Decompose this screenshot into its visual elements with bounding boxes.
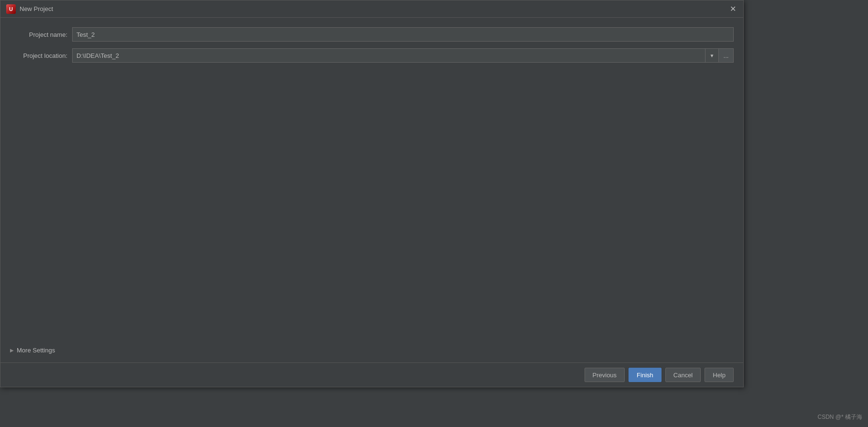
- location-input-wrapper: ▼ ...: [72, 48, 734, 63]
- title-bar: U New Project ✕: [0, 0, 743, 18]
- project-location-label: Project location:: [10, 52, 67, 59]
- project-name-label: Project name:: [10, 31, 67, 38]
- watermark: CSDN @* 橘子海: [817, 413, 862, 421]
- close-button[interactable]: ✕: [728, 4, 738, 14]
- help-button[interactable]: Help: [705, 368, 734, 382]
- title-bar-left: U New Project: [6, 4, 53, 14]
- location-browse-button[interactable]: ...: [718, 48, 734, 63]
- cancel-button[interactable]: Cancel: [665, 368, 701, 382]
- app-icon-inner: U: [6, 4, 16, 14]
- dialog-title: New Project: [20, 5, 53, 12]
- more-settings-arrow-icon: ▶: [10, 348, 14, 353]
- finish-button[interactable]: Finish: [629, 368, 662, 382]
- project-location-input[interactable]: [72, 48, 705, 63]
- project-name-row: Project name:: [10, 27, 734, 42]
- dialog-footer: Previous Finish Cancel Help: [0, 362, 743, 387]
- main-area: [10, 69, 734, 336]
- app-icon: U: [6, 4, 16, 14]
- more-settings-toggle[interactable]: ▶ More Settings: [10, 343, 734, 358]
- dialog-content: Project name: Project location: ▼ ... ▶ …: [0, 18, 743, 362]
- dialog-overlay: U New Project ✕ Project name: Project lo…: [0, 0, 868, 427]
- project-name-input[interactable]: [72, 27, 734, 42]
- more-settings-label: More Settings: [17, 347, 55, 354]
- previous-button[interactable]: Previous: [585, 368, 625, 382]
- project-location-row: Project location: ▼ ...: [10, 48, 734, 63]
- new-project-dialog: U New Project ✕ Project name: Project lo…: [0, 0, 744, 387]
- location-dropdown-button[interactable]: ▼: [705, 48, 718, 63]
